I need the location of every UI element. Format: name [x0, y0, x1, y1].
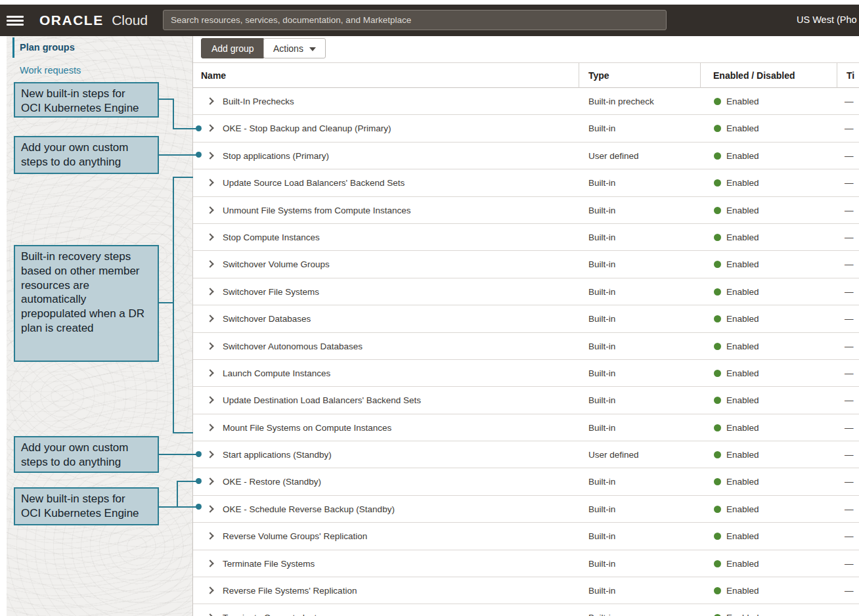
- status-label: Enabled: [726, 586, 759, 596]
- row-timeout: —: [845, 468, 854, 495]
- expand-chevron-icon[interactable]: [206, 397, 213, 404]
- row-status: Enabled: [714, 577, 759, 604]
- row-status: Enabled: [714, 523, 759, 550]
- row-timeout: —: [845, 169, 854, 196]
- expand-chevron-icon[interactable]: [206, 206, 213, 213]
- row-name: OKE - Restore (Standby): [223, 468, 321, 495]
- expand-chevron-icon[interactable]: [206, 125, 213, 132]
- row-timeout: —: [845, 333, 854, 360]
- row-name: Stop Compute Instances: [223, 224, 320, 251]
- row-type: Built-in: [588, 577, 615, 604]
- expand-chevron-icon[interactable]: [206, 315, 213, 322]
- sidebar-item-work-requests[interactable]: Work requests: [20, 65, 81, 76]
- row-name: Update Destination Load Balancers' Backe…: [223, 387, 421, 414]
- add-group-button[interactable]: Add group: [201, 38, 265, 58]
- oracle-cloud-console-screen: ORACLE Cloud US West (Pho Plan groups Wo…: [0, 0, 859, 616]
- caret-down-icon: [309, 47, 316, 51]
- table-row: OKE - Restore (Standby) Built-in Enabled…: [193, 468, 859, 495]
- row-status: Enabled: [714, 604, 759, 616]
- row-name: OKE - Stop Backup and Cleanup (Primary): [223, 115, 391, 142]
- status-label: Enabled: [726, 151, 759, 161]
- search-input[interactable]: [163, 10, 667, 30]
- row-name: Reverse Volume Groups' Replication: [223, 523, 367, 550]
- connector-line: [158, 454, 198, 455]
- expand-chevron-icon[interactable]: [206, 179, 213, 187]
- expand-chevron-icon[interactable]: [206, 288, 213, 295]
- table-row: Switchover Autonomous Databases Built-in…: [193, 333, 859, 360]
- navigation-menu-button[interactable]: [7, 12, 26, 28]
- table-row: Switchover File Systems Built-in Enabled…: [193, 278, 859, 305]
- status-label: Enabled: [726, 368, 759, 378]
- selected-item-accent-bar: [12, 37, 14, 58]
- sidebar-item-plan-groups[interactable]: Plan groups: [20, 42, 75, 53]
- row-type: Built-in: [588, 333, 615, 360]
- row-name: Mount File Systems on Compute Instances: [223, 414, 391, 441]
- connector-line: [158, 99, 174, 100]
- row-status: Enabled: [714, 333, 759, 360]
- actions-menu-button[interactable]: Actions: [263, 38, 326, 58]
- connector-bracket-line: [173, 177, 174, 433]
- row-timeout: —: [845, 550, 854, 577]
- connector-bracket-line: [158, 302, 174, 303]
- row-name: Terminate File Systems: [223, 550, 315, 577]
- expand-chevron-icon[interactable]: [206, 533, 213, 540]
- table-row: Mount File Systems on Compute Instances …: [193, 414, 859, 441]
- row-timeout: —: [845, 88, 854, 115]
- row-status: Enabled: [714, 441, 759, 468]
- row-name: Terminate Compute Instances: [223, 604, 340, 616]
- actions-menu-label: Actions: [273, 43, 303, 54]
- status-dot-icon: [714, 451, 721, 458]
- table-body: Built-In Prechecks Built-in precheck Ena…: [193, 88, 859, 616]
- row-type: User defined: [588, 441, 639, 468]
- row-timeout: —: [845, 577, 854, 604]
- row-type: Built-in: [588, 278, 615, 305]
- row-status: Enabled: [714, 88, 759, 115]
- expand-chevron-icon[interactable]: [206, 451, 213, 458]
- row-timeout: —: [845, 305, 854, 332]
- row-type: Built-in: [588, 387, 615, 414]
- connector-line: [177, 506, 198, 508]
- row-timeout: —: [845, 414, 854, 441]
- connector-dot: [196, 152, 202, 158]
- expand-chevron-icon[interactable]: [206, 233, 213, 240]
- expand-chevron-icon[interactable]: [206, 152, 213, 159]
- table-header-row: Name Type Enabled / Disabled Ti: [193, 62, 859, 88]
- region-selector[interactable]: US West (Pho: [797, 14, 857, 25]
- status-label: Enabled: [726, 97, 759, 106]
- connector-dot: [196, 504, 202, 510]
- expand-chevron-icon[interactable]: [206, 505, 213, 512]
- status-label: Enabled: [726, 395, 759, 405]
- row-name: Switchover File Systems: [223, 278, 319, 305]
- expand-chevron-icon[interactable]: [206, 478, 213, 485]
- status-dot-icon: [714, 506, 721, 513]
- callout-custom-steps-top: Add your own custom steps to do anything: [14, 136, 159, 174]
- expand-chevron-icon[interactable]: [206, 369, 213, 376]
- row-name: Switchover Databases: [223, 305, 311, 332]
- expand-chevron-icon[interactable]: [206, 261, 213, 268]
- row-type: Built-in: [588, 360, 615, 387]
- expand-chevron-icon[interactable]: [206, 97, 213, 104]
- table-row: Unmount File Systems from Compute Instan…: [193, 197, 859, 224]
- status-dot-icon: [714, 370, 721, 377]
- row-type: Built-in: [588, 604, 615, 616]
- status-label: Enabled: [726, 450, 759, 460]
- connector-line: [177, 481, 178, 508]
- status-label: Enabled: [726, 613, 759, 616]
- expand-chevron-icon[interactable]: [206, 560, 213, 567]
- status-dot-icon: [714, 587, 721, 594]
- row-name: Launch Compute Instances: [223, 360, 330, 387]
- row-status: Enabled: [714, 468, 759, 495]
- table-row: Update Destination Load Balancers' Backe…: [193, 387, 859, 414]
- row-type: User defined: [588, 143, 639, 169]
- row-type: Built-in: [588, 305, 615, 332]
- row-status: Enabled: [714, 278, 759, 305]
- column-header-timeout: Ti: [847, 63, 854, 89]
- expand-chevron-icon[interactable]: [206, 586, 213, 594]
- expand-chevron-icon[interactable]: [206, 342, 213, 349]
- row-timeout: —: [845, 523, 854, 550]
- row-timeout: —: [845, 604, 854, 616]
- expand-chevron-icon[interactable]: [206, 424, 213, 431]
- status-dot-icon: [714, 207, 721, 214]
- status-dot-icon: [714, 261, 721, 268]
- connector-dot: [196, 451, 202, 457]
